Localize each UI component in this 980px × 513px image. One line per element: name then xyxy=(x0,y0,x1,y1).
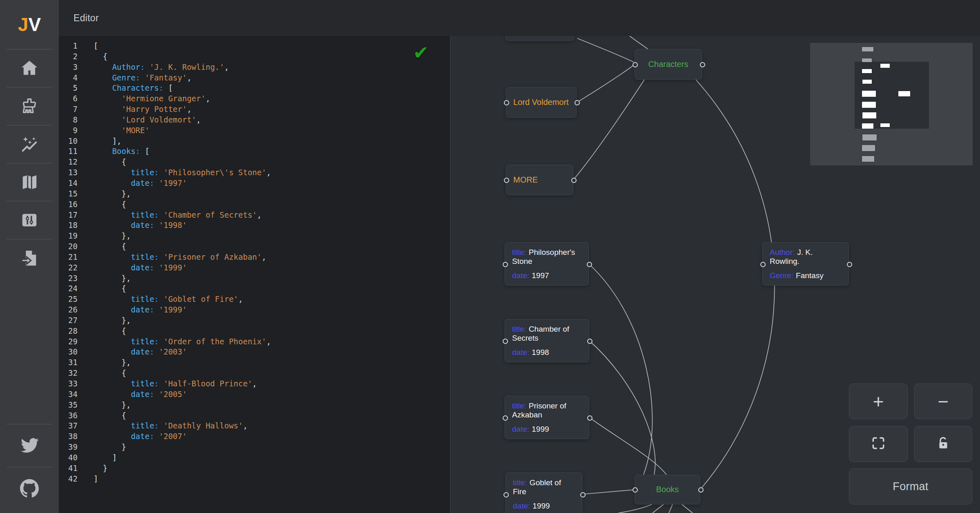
node-lord-voldemort[interactable]: Lord Voldemort xyxy=(506,87,577,118)
token-punct: { xyxy=(84,52,107,61)
token-punct: }, xyxy=(84,274,131,283)
code-text: { xyxy=(84,283,126,294)
token-key: title xyxy=(131,168,154,177)
node-more[interactable]: MORE xyxy=(506,165,573,195)
token-punct: ], xyxy=(84,136,122,145)
token-punct: [ xyxy=(145,147,149,156)
token-punct xyxy=(84,421,131,430)
node-label: Characters xyxy=(648,60,688,69)
nav-settings-button[interactable] xyxy=(0,201,59,239)
node-key: title: xyxy=(512,401,526,410)
token-punct xyxy=(84,115,122,124)
token-punct: , xyxy=(224,62,229,71)
token-key: date xyxy=(131,221,149,230)
node-handle-left xyxy=(504,100,509,105)
node-root[interactable]: Author:J. K. Rowling.Genre:Fantasy xyxy=(762,242,849,285)
github-link[interactable] xyxy=(0,467,59,510)
line-number: 2 xyxy=(59,51,78,62)
token-string: 'Lord Voldemort' xyxy=(122,115,196,124)
code-line: 25 title: 'Goblet of Fire', xyxy=(59,294,450,305)
node-handle-right xyxy=(698,487,704,493)
token-string: 'MORE' xyxy=(122,126,150,135)
lock-button[interactable] xyxy=(914,426,972,462)
node-handle-right xyxy=(700,62,705,67)
token-key: date xyxy=(131,432,149,441)
node-book-2[interactable]: title:Chamber of Secretsdate:1998 xyxy=(505,319,589,362)
code-text: Books: [ xyxy=(84,146,149,157)
line-number: 27 xyxy=(59,315,78,326)
center-view-button[interactable] xyxy=(849,426,908,462)
node-handle-left xyxy=(760,262,766,267)
line-number: 24 xyxy=(59,283,78,294)
twitter-link[interactable] xyxy=(0,424,59,467)
node-books[interactable]: Books xyxy=(635,475,700,504)
minimap-node xyxy=(862,58,872,62)
code-text: { xyxy=(84,157,126,167)
node-book-3[interactable]: title:Prisoner of Azkabandate:1999 xyxy=(505,396,589,439)
clean-brush-icon xyxy=(20,97,39,116)
node-row: title:Chamber of Secrets xyxy=(512,325,582,343)
line-number: 3 xyxy=(59,62,78,73)
line-number: 29 xyxy=(59,337,78,347)
line-number: 26 xyxy=(59,305,78,315)
node-handle-right xyxy=(587,262,592,267)
minimap-node xyxy=(862,134,877,141)
token-punct: { xyxy=(84,157,126,166)
code-text: Characters: [ xyxy=(84,83,173,94)
node-key: title: xyxy=(512,248,526,256)
zoom-out-button[interactable]: − xyxy=(914,384,972,419)
token-key: Characters xyxy=(112,83,159,92)
token-string: '1998' xyxy=(159,221,187,230)
code-text: title: 'Prisoner of Azkaban', xyxy=(84,252,266,263)
token-punct xyxy=(84,337,131,346)
nav-home-button[interactable] xyxy=(0,49,59,87)
clipped-node[interactable] xyxy=(506,36,574,41)
token-punct xyxy=(84,105,122,114)
code-line: 2 { xyxy=(59,51,450,62)
token-punct: } xyxy=(84,442,126,451)
token-colon: : xyxy=(154,210,164,219)
line-number: 30 xyxy=(59,347,78,357)
token-string: 'Hermione Granger' xyxy=(122,94,206,103)
node-characters[interactable]: Characters xyxy=(635,49,702,80)
line-number: 41 xyxy=(59,463,78,474)
code-text: title: 'Order of the Phoenix', xyxy=(84,337,271,347)
token-string: '2005' xyxy=(159,390,187,399)
node-key: date: xyxy=(512,348,529,357)
token-punct xyxy=(84,432,131,441)
nav-import-button[interactable] xyxy=(0,239,59,277)
graph-canvas[interactable]: CharactersLord VoldemortMOREtitle:Philos… xyxy=(450,36,980,513)
token-string: '1997' xyxy=(159,178,187,187)
token-punct: ] xyxy=(84,474,98,483)
node-row: date:1999 xyxy=(512,425,582,434)
code-text: Author: 'J. K. Rowling.', xyxy=(84,62,229,73)
token-key: title xyxy=(131,337,154,346)
node-book-4[interactable]: title:Goblet of Firedate:1999 xyxy=(506,473,582,513)
nav-clean-button[interactable] xyxy=(0,87,59,125)
valid-check-icon: ✔ xyxy=(413,42,429,64)
code-line: 3 Author: 'J. K. Rowling.', xyxy=(59,62,450,73)
format-button[interactable]: Format xyxy=(849,468,972,504)
graph-edge xyxy=(577,38,634,62)
token-punct: , xyxy=(243,421,247,430)
zoom-in-button[interactable]: + xyxy=(849,384,908,419)
node-row: title:Prisoner of Azkaban xyxy=(512,401,582,419)
node-handle-left xyxy=(503,415,508,421)
token-punct: { xyxy=(84,411,126,420)
minimap-node xyxy=(862,80,872,84)
token-string: 'Half-Blood Prince' xyxy=(163,379,252,388)
nav-map-button[interactable] xyxy=(0,163,59,201)
node-handle-right xyxy=(587,415,592,421)
line-number: 25 xyxy=(59,294,78,305)
token-colon: : xyxy=(149,178,159,187)
token-punct xyxy=(84,263,131,272)
json-editor[interactable]: 1 [2 {3 Author: 'J. K. Rowling.',4 Genre… xyxy=(59,36,450,513)
token-string: 'J. K. Rowling.' xyxy=(149,62,224,71)
app-logo[interactable]: J V xyxy=(0,0,59,49)
minimap-node xyxy=(862,47,873,51)
nav-auto-format-button[interactable] xyxy=(0,125,59,163)
node-book-1[interactable]: title:Philosopher's Stonedate:1997 xyxy=(505,242,589,285)
line-number: 39 xyxy=(59,442,78,453)
minimap[interactable] xyxy=(810,43,973,165)
token-key: title xyxy=(131,252,154,261)
